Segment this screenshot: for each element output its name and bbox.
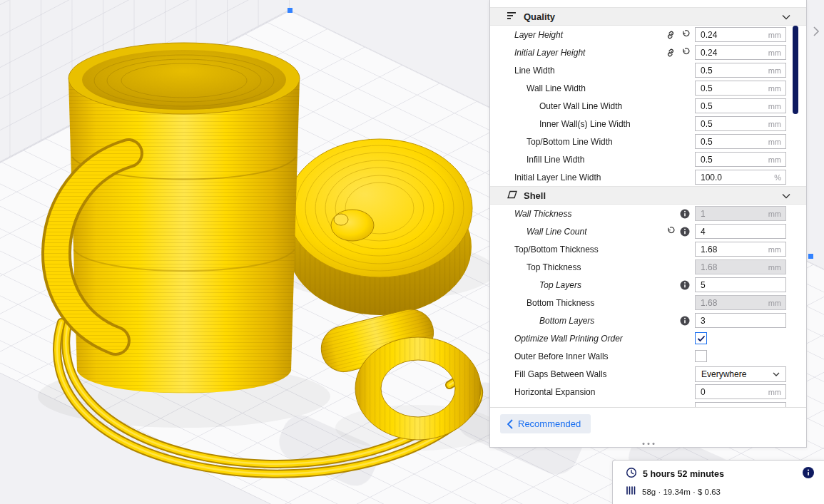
- wall-line-count-input[interactable]: [695, 224, 786, 239]
- panel-expand-arrow[interactable]: [813, 26, 820, 40]
- setting-row-bottom-thickness: Bottom Thickness mm: [490, 294, 806, 312]
- setting-row-outer-wall-line-width: Outer Wall Line Width mm: [490, 97, 806, 115]
- initial-layer-line-width-input[interactable]: [695, 170, 786, 185]
- setting-row-initial-layer-height: Initial Layer Height mm: [490, 43, 806, 61]
- section-header-shell[interactable]: Shell: [490, 186, 806, 205]
- setting-label: Top/Bottom Thickness: [514, 245, 695, 254]
- revert-icon[interactable]: [681, 30, 690, 39]
- wall-line-width-input[interactable]: [695, 81, 786, 96]
- setting-label: Inner Wall(s) Line Width: [514, 119, 695, 129]
- link-icon[interactable]: [666, 30, 676, 40]
- setting-row-layer-height: Layer Height mm: [490, 26, 806, 43]
- setting-label: Top Layers: [514, 280, 680, 290]
- top-layers-input[interactable]: [695, 277, 786, 292]
- setting-field: [695, 224, 786, 239]
- setting-field: mm: [695, 116, 786, 131]
- section-title: Quality: [524, 11, 775, 22]
- info-icon[interactable]: [803, 467, 814, 481]
- horizontal-expansion-input[interactable]: [695, 384, 786, 399]
- fill-gaps-select[interactable]: Everywhere: [695, 366, 786, 382]
- print-time: 5 hours 52 minutes: [643, 469, 797, 479]
- setting-label: Bottom Layers: [514, 316, 680, 326]
- setting-row-inner-wall-line-width: Inner Wall(s) Line Width mm: [490, 115, 806, 133]
- info-icon[interactable]: [680, 209, 690, 219]
- info-icon[interactable]: [680, 316, 690, 326]
- setting-field: Everywhere: [695, 366, 786, 382]
- setting-field: mm: [695, 63, 786, 78]
- setting-row-wall-line-width: Wall Line Width mm: [490, 79, 806, 97]
- setting-field: [695, 277, 786, 292]
- top-bottom-thickness-input[interactable]: [695, 242, 786, 257]
- chevron-down-icon[interactable]: [782, 10, 790, 23]
- recommended-mode-button[interactable]: Recommended: [500, 414, 591, 433]
- setting-row-wall-line-count: Wall Line Count: [490, 222, 806, 240]
- layer-height-input[interactable]: [695, 27, 786, 42]
- bottom-thickness-input: [695, 295, 786, 310]
- setting-row-horizontal-expansion: Horizontal Expansion mm: [490, 383, 806, 401]
- panel-footer: Recommended: [490, 407, 806, 447]
- setting-field: [695, 402, 786, 407]
- initial-layer-height-input[interactable]: [695, 45, 786, 60]
- setting-label: Initial Layer Line Width: [514, 173, 695, 182]
- clipped-input[interactable]: [695, 402, 786, 407]
- setting-row-top-thickness: Top Thickness mm: [490, 258, 806, 276]
- setting-field: mm: [695, 81, 786, 96]
- setting-row-top-bottom-line-width: Top/Bottom Line Width mm: [490, 133, 806, 150]
- setting-field: [695, 313, 786, 328]
- setting-label: Initial Layer Height: [514, 48, 666, 58]
- revert-icon[interactable]: [681, 48, 690, 57]
- bottom-layers-input[interactable]: [695, 313, 786, 328]
- optimize-wall-order-checkbox[interactable]: [695, 332, 707, 344]
- setting-label: Infill Line Width: [514, 155, 695, 165]
- setting-field: mm: [695, 242, 786, 257]
- recommended-label: Recommended: [518, 418, 581, 429]
- chevron-down-icon[interactable]: [782, 189, 790, 202]
- inner-wall-line-width-input[interactable]: [695, 116, 786, 131]
- info-icon[interactable]: [680, 280, 690, 290]
- setting-field: mm: [695, 27, 786, 42]
- top-bottom-line-width-input[interactable]: [695, 134, 786, 149]
- setting-label: Line Width: [514, 66, 695, 76]
- setting-label: Layer Height: [514, 30, 666, 40]
- setting-row-bottom-layers: Bottom Layers: [490, 312, 806, 329]
- model-lid[interactable]: [287, 139, 472, 315]
- link-icon[interactable]: [666, 48, 676, 58]
- setting-label: Fill Gaps Between Walls: [514, 369, 695, 379]
- chevron-left-icon: [507, 419, 513, 429]
- setting-label: Wall Line Width: [514, 83, 695, 93]
- setting-row-top-bottom-thickness: Top/Bottom Thickness mm: [490, 240, 806, 258]
- clock-icon: [626, 467, 637, 481]
- chevron-down-icon: [773, 372, 780, 376]
- line-width-input[interactable]: [695, 63, 786, 78]
- print-settings-panel: Quality Layer Height mm Initial Layer He…: [489, 0, 807, 448]
- setting-label: Wall Thickness: [514, 209, 680, 219]
- setting-row-infill-line-width: Infill Line Width mm: [490, 150, 806, 168]
- setting-field: %: [695, 170, 786, 185]
- section-header-quality[interactable]: Quality: [490, 7, 806, 26]
- panel-resize-handle[interactable]: [642, 443, 654, 445]
- outer-before-inner-checkbox[interactable]: [695, 350, 707, 362]
- scrollbar-thumb[interactable]: [793, 26, 798, 114]
- infill-line-width-input[interactable]: [695, 152, 786, 167]
- shell-icon: [507, 189, 517, 202]
- setting-field: mm: [695, 152, 786, 167]
- setting-field: mm: [695, 45, 786, 60]
- info-icon[interactable]: [680, 227, 690, 237]
- revert-icon[interactable]: [666, 227, 675, 236]
- setting-field: mm: [695, 206, 786, 221]
- setting-label: Outer Wall Line Width: [514, 101, 695, 111]
- settings-scroll-area[interactable]: Quality Layer Height mm Initial Layer He…: [490, 0, 806, 407]
- setting-row-clipped: [490, 401, 806, 407]
- setting-field: mm: [695, 259, 786, 274]
- outer-wall-line-width-input[interactable]: [695, 98, 786, 113]
- setting-label: Wall Line Count: [514, 227, 666, 237]
- setting-label: Bottom Thickness: [514, 298, 695, 308]
- setting-row-top-layers: Top Layers: [490, 276, 806, 294]
- setting-label: Optimize Wall Printing Order: [514, 334, 695, 344]
- setting-label: Top/Bottom Line Width: [514, 137, 695, 147]
- top-thickness-input: [695, 259, 786, 274]
- material-usage: 58g · 19.34m · $ 0.63: [642, 488, 721, 496]
- setting-row-line-width: Line Width mm: [490, 61, 806, 79]
- print-job-summary: 5 hours 52 minutes 58g · 19.34m · $ 0.63: [612, 460, 824, 504]
- setting-field: mm: [695, 134, 786, 149]
